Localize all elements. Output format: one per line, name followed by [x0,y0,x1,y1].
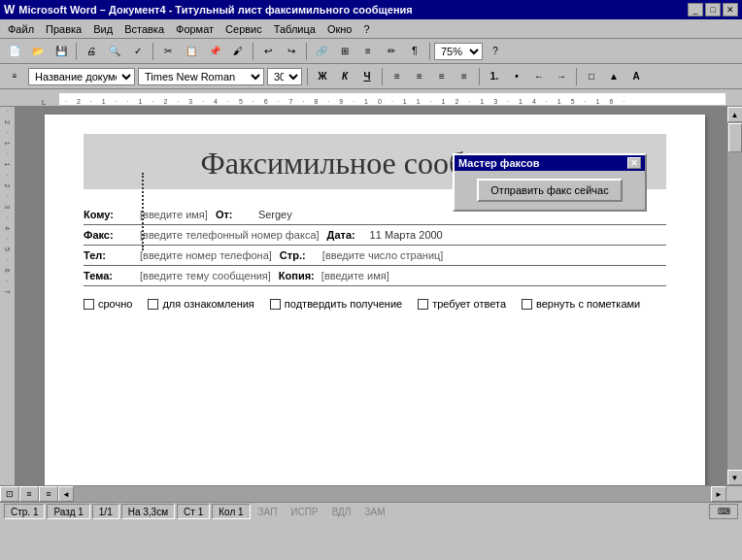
checkbox-info-label: для ознакомления [162,298,253,310]
open-button[interactable]: 📂 [27,42,49,61]
normal-view-button[interactable]: ≡ [19,486,39,502]
scroll-down-button[interactable]: ▼ [727,470,743,485]
document-page: Мастер факсов ✕ Отправить факс сейчас Фа… [45,115,705,485]
highlight-button[interactable]: ▲ [604,68,624,85]
show-hide-button[interactable]: ¶ [404,42,425,61]
restore-button[interactable]: □ [705,3,721,16]
checkbox-return-box[interactable] [522,299,532,310]
field-label-pages: Стр.: [280,249,319,261]
fax-dialog-close-button[interactable]: ✕ [627,157,641,169]
increase-indent-button[interactable]: → [552,68,571,85]
field-value-ot: Sergey [258,209,410,220]
numbering-button[interactable]: 1. [485,68,504,85]
page-layout-button[interactable]: ⊡ [0,486,19,502]
checkbox-reply[interactable]: требует ответа [418,298,506,310]
field-label-copy: Копия: [279,270,318,281]
spellcheck-button[interactable]: ✓ [127,42,149,61]
preview-button[interactable]: 🔍 [104,42,125,61]
status-col: Кол 1 [212,504,250,519]
status-page-of: 1/1 [92,504,119,519]
checkbox-reply-box[interactable] [418,299,428,310]
scroll-right-button[interactable]: ► [711,486,726,502]
fmt-separator-2 [382,68,383,85]
menu-view[interactable]: Вид [87,21,118,37]
menu-edit[interactable]: Правка [40,21,87,37]
menu-help[interactable]: ? [357,21,375,37]
toolbar-separator-5 [429,43,430,60]
align-left-button[interactable]: ≡ [388,68,407,85]
menu-format[interactable]: Формат [170,21,219,37]
checkbox-info[interactable]: для ознакомления [148,298,253,310]
ruler-scale: ·2·1··1·2·3·4·5·6·7·8·9·10·11·12·13·14·1… [58,92,726,106]
underline-button[interactable]: Ч [357,68,377,85]
menu-tools[interactable]: Сервис [219,21,268,37]
minimize-button[interactable]: _ [688,3,703,16]
menu-table[interactable]: Таблица [268,21,321,37]
page-area: Мастер факсов ✕ Отправить факс сейчас Фа… [16,107,726,485]
field-value-fax: [введите телефонный номер факса] [140,229,320,241]
field-right-ot: От: Sergey [216,209,410,220]
font-select[interactable]: Times New Roman [138,68,264,85]
close-button[interactable]: ✕ [723,3,738,16]
checkbox-confirm-box[interactable] [270,299,281,310]
columns-button[interactable]: ≡ [357,42,379,61]
format-painter-button[interactable]: 🖌 [227,42,249,61]
scroll-track-v[interactable] [727,122,743,470]
field-label-tel: Тел: [84,249,132,261]
outline-view-button[interactable]: ≡ [39,486,58,502]
send-fax-button[interactable]: Отправить факс сейчас [477,179,622,202]
help-button[interactable]: ? [485,42,506,61]
decrease-indent-button[interactable]: ← [529,68,549,85]
horizontal-ruler: L ·2·1··1·2·3·4·5·6·7·8·9·10·11·12·13·14… [0,89,742,107]
scroll-up-button[interactable]: ▲ [727,107,743,122]
status-ovr: ЗАМ [358,504,390,519]
checkbox-confirm[interactable]: подтвердить получение [270,298,402,310]
toolbar-separator-2 [152,43,153,60]
copy-button[interactable]: 📋 [181,42,202,61]
checkbox-row: срочно для ознакомления подтвердить полу… [84,298,666,310]
paste-button[interactable]: 📌 [204,42,225,61]
status-section: Разд 1 [47,504,89,519]
bullets-button[interactable]: • [507,68,526,85]
italic-button[interactable]: К [335,68,354,85]
checkbox-info-box[interactable] [148,299,158,310]
checkbox-urgent[interactable]: срочно [84,298,132,310]
scroll-thumb-v[interactable] [728,123,742,152]
window-controls[interactable]: _ □ ✕ [688,3,738,16]
redo-button[interactable]: ↪ [281,42,302,61]
scroll-left-button[interactable]: ◄ [58,486,74,502]
checkbox-return[interactable]: вернуть с пометками [522,298,640,310]
bold-button[interactable]: Ж [313,68,332,85]
zoom-select[interactable]: 75% [434,43,483,60]
field-value-tel: [введите номер телефона] [140,249,272,261]
menu-file[interactable]: Файл [2,21,40,37]
tables-button[interactable]: ⊞ [334,42,355,61]
borders-button[interactable]: □ [582,68,601,85]
align-center-button[interactable]: ≡ [410,68,429,85]
style-select[interactable]: Название докуме [28,68,135,85]
checkbox-urgent-box[interactable] [84,299,94,310]
link-button[interactable]: 🔗 [311,42,332,61]
fontcolor-button[interactable]: A [626,68,646,85]
print-button[interactable]: 🖨 [81,42,102,61]
cut-button[interactable]: ✂ [157,42,179,61]
menu-window[interactable]: Окно [321,21,358,37]
fmt-separator-3 [479,68,480,85]
title-bar: W Microsoft Word – Документ4 - Титульный… [0,0,742,19]
standard-toolbar: 📄 📂 💾 🖨 🔍 ✓ ✂ 📋 📌 🖌 ↩ ↪ 🔗 ⊞ ≡ ✏ ¶ 75% ? [0,39,742,64]
new-button[interactable]: 📄 [4,42,25,61]
align-right-button[interactable]: ≡ [432,68,452,85]
style-icon: ≡ [4,67,25,86]
drawing-button[interactable]: ✏ [381,42,402,61]
undo-button[interactable]: ↩ [257,42,279,61]
align-justify-button[interactable]: ≡ [455,68,474,85]
formatting-toolbar: ≡ Название докуме Times New Roman 30 Ж К… [0,64,742,89]
field-value-subject: [введите тему сообщения] [140,270,271,281]
field-right-copy: Копия: [введите имя] [279,270,473,281]
fontsize-select[interactable]: 30 [267,68,302,85]
document-fields: Кому: [введите имя] От: Sergey Факс: [вв… [84,205,666,286]
app-icon: W [4,3,15,16]
menu-insert[interactable]: Вставка [118,21,170,37]
save-button[interactable]: 💾 [51,42,72,61]
scroll-track-h[interactable] [74,486,711,502]
